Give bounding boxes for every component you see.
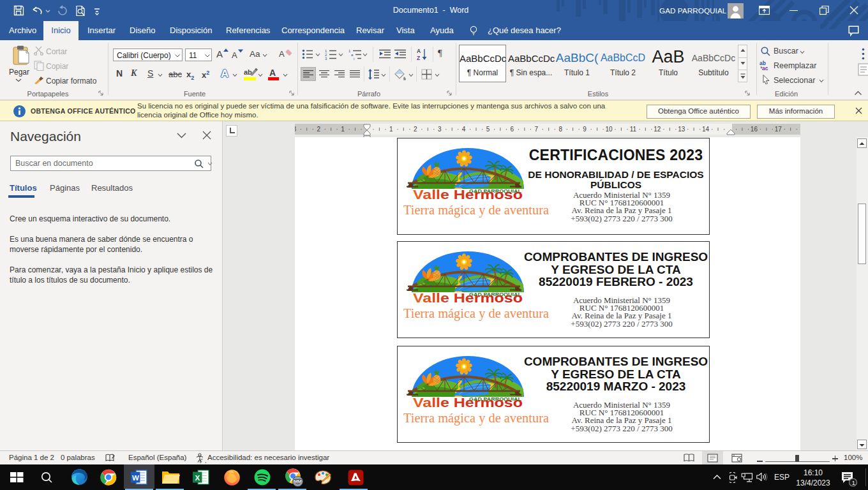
- svg-text:16: 16: [751, 126, 758, 133]
- svg-text:12: 12: [654, 126, 661, 133]
- svg-text:13: 13: [678, 126, 685, 133]
- svg-text:1: 1: [852, 480, 855, 486]
- svg-text:i: i: [354, 57, 354, 60]
- svg-text:2: 2: [317, 126, 320, 133]
- svg-text:11: 11: [630, 126, 637, 133]
- svg-text:14: 14: [702, 126, 710, 133]
- svg-text:6: 6: [511, 126, 514, 133]
- svg-text:3: 3: [438, 126, 442, 133]
- svg-text:9: 9: [583, 126, 587, 133]
- svg-text:8: 8: [558, 126, 562, 133]
- svg-text:1: 1: [389, 126, 393, 133]
- svg-text:W: W: [132, 474, 139, 482]
- svg-text:2: 2: [414, 126, 417, 133]
- svg-text:X: X: [195, 474, 200, 482]
- svg-text:Z: Z: [417, 55, 420, 61]
- svg-text:A: A: [417, 48, 421, 54]
- svg-text:1: 1: [341, 126, 345, 133]
- svg-text:3: 3: [325, 57, 327, 60]
- svg-text:7: 7: [535, 126, 539, 133]
- svg-text:5: 5: [486, 126, 490, 133]
- svg-text:17: 17: [775, 126, 782, 133]
- svg-text:10: 10: [605, 126, 613, 133]
- svg-text:4: 4: [462, 126, 466, 133]
- svg-text:ac: ac: [762, 65, 768, 71]
